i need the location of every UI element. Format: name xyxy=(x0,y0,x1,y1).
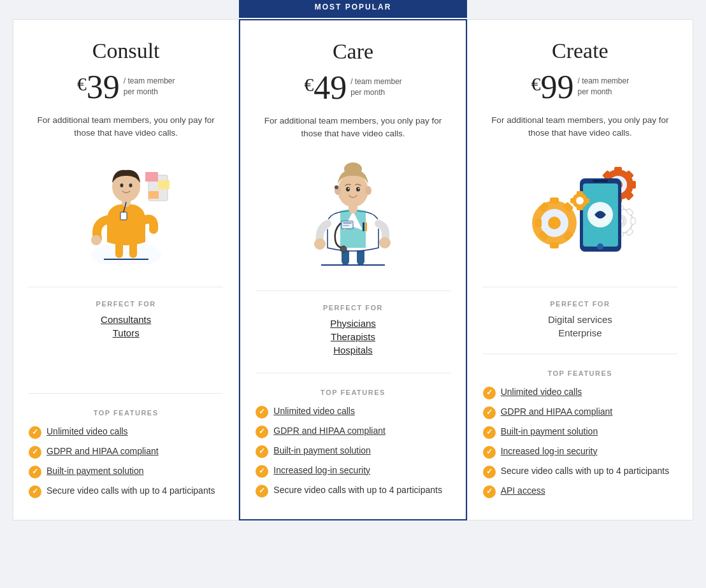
svg-point-32 xyxy=(348,188,349,189)
svg-rect-18 xyxy=(363,222,364,231)
perfect-for-label-care: PERFECT FOR xyxy=(256,304,450,312)
illustration-care xyxy=(256,154,450,271)
price-euro-consult: € xyxy=(77,73,87,95)
price-number-consult: 39 xyxy=(87,71,120,104)
svg-rect-38 xyxy=(550,197,559,204)
svg-point-29 xyxy=(335,185,338,189)
svg-point-6 xyxy=(120,183,123,187)
svg-rect-39 xyxy=(550,242,559,248)
feature-item: Secure video calls with up to 4 particip… xyxy=(29,485,223,498)
svg-point-30 xyxy=(365,186,371,195)
feature-text-2[interactable]: GDPR and HIPAA compliant xyxy=(47,445,159,458)
perfect-for-tutors[interactable]: Tutors xyxy=(29,327,223,338)
illustration-consult xyxy=(29,153,223,268)
feature-text-4[interactable]: Increased log-in security xyxy=(273,464,370,477)
feature-item: Increased log-in security xyxy=(483,445,677,459)
check-icon xyxy=(256,485,268,498)
svg-rect-8 xyxy=(120,212,127,220)
price-number-care: 49 xyxy=(313,71,347,104)
feature-text-2[interactable]: GDPR and HIPAA compliant xyxy=(273,425,385,438)
perfect-for-consult: PERFECT FOR Consultants Tutors xyxy=(29,300,223,341)
top-features-label-consult: TOP FEATURES xyxy=(29,409,223,417)
price-euro-care: € xyxy=(304,74,313,96)
svg-rect-78 xyxy=(586,198,589,203)
divider-create-1 xyxy=(483,287,677,287)
feature-text-5: Secure video calls with up to 4 particip… xyxy=(273,484,442,497)
price-period-consult: / team memberper month xyxy=(124,76,175,97)
svg-point-3 xyxy=(91,235,101,245)
svg-rect-21 xyxy=(343,222,352,224)
check-icon xyxy=(256,426,268,438)
feature-item: Built-in payment solution xyxy=(256,445,450,458)
perfect-for-physicians[interactable]: Physicians xyxy=(256,318,450,329)
plan-price-care: € 49 / team memberper month xyxy=(256,71,450,104)
feature-text-6[interactable]: API access xyxy=(501,485,545,498)
feature-text-4: Secure video calls with up to 4 particip… xyxy=(47,485,215,498)
svg-point-24 xyxy=(379,237,391,248)
top-features-consult: TOP FEATURES Unlimited video calls GDPR … xyxy=(29,393,223,505)
svg-rect-52 xyxy=(631,181,636,189)
svg-rect-22 xyxy=(343,225,349,226)
plan-card-create: Create € 99 / team memberper month For a… xyxy=(467,19,693,520)
perfect-for-enterprise: Enterprise xyxy=(483,327,677,338)
svg-rect-72 xyxy=(593,180,608,182)
check-icon xyxy=(483,387,496,399)
perfect-for-create: PERFECT FOR Digital services Enterprise xyxy=(483,300,677,341)
feature-item: Secure video calls with up to 4 particip… xyxy=(256,484,450,498)
svg-point-33 xyxy=(356,187,360,191)
plan-description-create: For additional team members, you only pa… xyxy=(483,114,677,140)
svg-rect-12 xyxy=(148,191,159,199)
perfect-for-digital: Digital services xyxy=(483,314,677,325)
feature-text-3[interactable]: Built-in payment solution xyxy=(47,465,144,478)
svg-point-0 xyxy=(91,242,161,264)
check-icon xyxy=(483,485,496,498)
plan-card-consult: Consult € 39 / team memberper month For … xyxy=(13,19,239,520)
svg-rect-11 xyxy=(158,180,169,189)
svg-rect-40 xyxy=(535,219,542,227)
feature-item: Increased log-in security xyxy=(256,464,450,478)
svg-point-34 xyxy=(358,188,359,189)
feature-text-2[interactable]: GDPR and HIPAA compliant xyxy=(501,406,613,419)
svg-point-37 xyxy=(548,217,561,229)
perfect-for-hospitals[interactable]: Hospitals xyxy=(256,345,450,355)
plan-card-care: MOST POPULAR Care € 49 / team memberper … xyxy=(239,19,466,520)
feature-item: GDPR and HIPAA compliant xyxy=(483,406,677,419)
feature-text-1[interactable]: Unlimited video calls xyxy=(501,386,582,399)
svg-rect-76 xyxy=(577,207,583,210)
svg-rect-75 xyxy=(577,191,583,194)
most-popular-banner: MOST POPULAR xyxy=(239,0,466,18)
check-icon xyxy=(29,485,41,498)
svg-point-26 xyxy=(338,174,368,207)
svg-point-31 xyxy=(346,187,350,191)
feature-item: Built-in payment solution xyxy=(483,426,677,439)
price-euro-create: € xyxy=(531,73,540,95)
plan-description-care: For additional team members, you only pa… xyxy=(256,115,450,141)
feature-item: Secure video calls with up to 4 particip… xyxy=(483,465,677,478)
svg-rect-77 xyxy=(570,198,573,203)
perfect-for-label-consult: PERFECT FOR xyxy=(29,300,223,308)
plan-price-create: € 99 / team memberper month xyxy=(483,71,677,104)
perfect-for-therapists[interactable]: Therapists xyxy=(256,331,450,342)
feature-text-4[interactable]: Increased log-in security xyxy=(501,445,598,458)
feature-text-3[interactable]: Built-in payment solution xyxy=(273,445,371,457)
feature-text-1[interactable]: Unlimited video calls xyxy=(273,405,355,418)
plan-title-care: Care xyxy=(256,39,450,64)
feature-item: Unlimited video calls xyxy=(483,386,677,399)
feature-text-3[interactable]: Built-in payment solution xyxy=(501,426,598,438)
perfect-for-care: PERFECT FOR Physicians Therapists Hospit… xyxy=(256,304,450,358)
perfect-for-consultants[interactable]: Consultants xyxy=(29,314,223,325)
plan-title-create: Create xyxy=(483,39,677,63)
svg-rect-49 xyxy=(614,167,622,172)
check-icon xyxy=(29,466,41,478)
price-period-create: / team memberper month xyxy=(577,76,629,97)
check-icon xyxy=(483,426,496,439)
check-icon xyxy=(483,406,496,419)
top-features-label-care: TOP FEATURES xyxy=(256,389,450,396)
pricing-container: Consult € 39 / team memberper month For … xyxy=(13,19,693,520)
feature-item: GDPR and HIPAA compliant xyxy=(29,445,223,459)
plan-title-consult: Consult xyxy=(29,39,223,63)
check-icon xyxy=(483,466,496,478)
feature-text-1[interactable]: Unlimited video calls xyxy=(47,426,128,438)
feature-item: Unlimited video calls xyxy=(29,426,223,439)
svg-rect-63 xyxy=(631,218,635,224)
